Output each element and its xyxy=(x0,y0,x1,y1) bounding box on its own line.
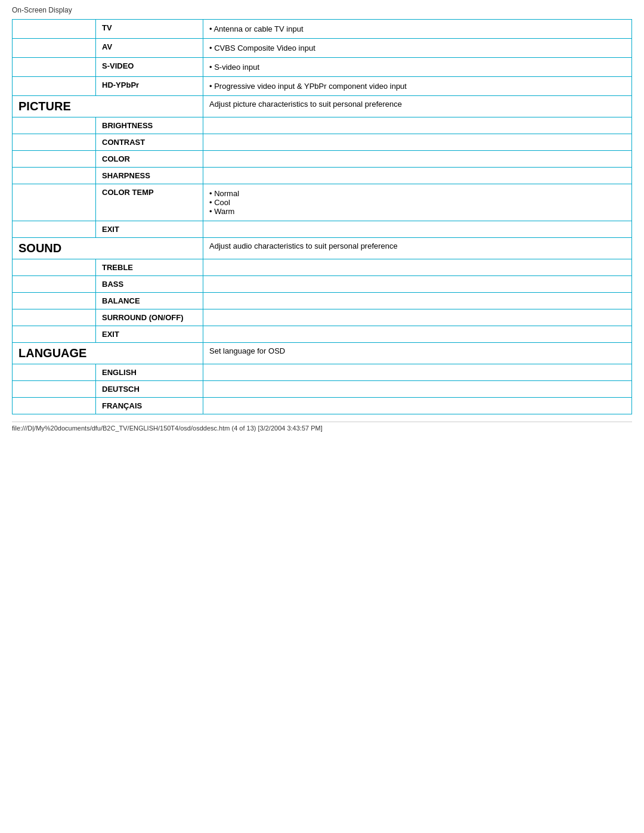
sub-item-desc xyxy=(203,364,632,381)
page-header: On-Screen Display xyxy=(12,6,632,14)
empty-cell xyxy=(13,381,96,398)
section-header-row: PICTUREAdjust picture characteristics to… xyxy=(13,96,632,117)
section-desc: Adjust audio characteristics to suit per… xyxy=(203,238,632,259)
sub-item-label: BRIGHTNESS xyxy=(96,117,203,134)
empty-cell xyxy=(13,134,96,151)
input-desc: Progressive video input & YPbPr componen… xyxy=(203,77,632,96)
sub-item-label: SHARPNESS xyxy=(96,168,203,184)
section-header-row: SOUNDAdjust audio characteristics to sui… xyxy=(13,238,632,259)
section-name: SOUND xyxy=(13,238,203,259)
section-name: LANGUAGE xyxy=(13,343,203,364)
list-item: Antenna or cable TV input xyxy=(209,24,626,33)
sub-item-label: CONTRAST xyxy=(96,134,203,151)
list-item: S-video input xyxy=(209,63,626,72)
sub-item-label: EXIT xyxy=(96,326,203,343)
sub-item-label: FRANÇAIS xyxy=(96,398,203,414)
sub-item-row: EXIT xyxy=(13,326,632,343)
input-label: AV xyxy=(96,39,203,58)
sub-item-desc xyxy=(203,221,632,238)
empty-cell xyxy=(13,39,96,58)
sub-item-desc xyxy=(203,326,632,343)
sub-item-row: SHARPNESS xyxy=(13,168,632,184)
sub-item-label: ENGLISH xyxy=(96,364,203,381)
sub-item-label: COLOR xyxy=(96,151,203,168)
table-row: AVCVBS Composite Video input xyxy=(13,39,632,58)
empty-cell xyxy=(13,326,96,343)
sub-item-desc: NormalCoolWarm xyxy=(203,184,632,221)
sub-item-row: FRANÇAIS xyxy=(13,398,632,414)
empty-cell xyxy=(13,259,96,276)
sub-item-label: BASS xyxy=(96,276,203,293)
list-item: Normal xyxy=(209,189,626,198)
sub-item-label: SURROUND (ON/OFF) xyxy=(96,309,203,326)
sub-item-label: DEUTSCH xyxy=(96,381,203,398)
table-row: S-VIDEOS-video input xyxy=(13,58,632,77)
empty-cell xyxy=(13,293,96,309)
section-header-row: LANGUAGESet language for OSD xyxy=(13,343,632,364)
sub-item-desc xyxy=(203,151,632,168)
list-item: CVBS Composite Video input xyxy=(209,44,626,52)
empty-cell xyxy=(13,117,96,134)
sub-item-row: ENGLISH xyxy=(13,364,632,381)
section-desc: Set language for OSD xyxy=(203,343,632,364)
empty-cell xyxy=(13,276,96,293)
sub-item-desc xyxy=(203,134,632,151)
sub-item-row: COLOR TEMPNormalCoolWarm xyxy=(13,184,632,221)
sub-item-desc xyxy=(203,309,632,326)
section-desc: Adjust picture characteristics to suit p… xyxy=(203,96,632,117)
list-item: Warm xyxy=(209,207,626,216)
footer-text: file:///D|/My%20documents/dfu/B2C_TV/ENG… xyxy=(12,425,323,432)
table-row: HD-YPbPrProgressive video input & YPbPr … xyxy=(13,77,632,96)
input-desc: Antenna or cable TV input xyxy=(203,20,632,39)
list-item: Cool xyxy=(209,198,626,207)
sub-item-desc xyxy=(203,293,632,309)
sub-item-desc xyxy=(203,381,632,398)
header-title: On-Screen Display xyxy=(12,6,72,14)
empty-cell xyxy=(13,168,96,184)
table-row: TVAntenna or cable TV input xyxy=(13,20,632,39)
empty-cell xyxy=(13,20,96,39)
input-label: HD-YPbPr xyxy=(96,77,203,96)
main-table: TVAntenna or cable TV inputAVCVBS Compos… xyxy=(12,19,632,414)
sub-item-row: BASS xyxy=(13,276,632,293)
sub-item-row: SURROUND (ON/OFF) xyxy=(13,309,632,326)
sub-item-desc xyxy=(203,168,632,184)
sub-item-row: CONTRAST xyxy=(13,134,632,151)
sub-item-row: BALANCE xyxy=(13,293,632,309)
input-desc: S-video input xyxy=(203,58,632,77)
sub-item-row: BRIGHTNESS xyxy=(13,117,632,134)
empty-cell xyxy=(13,58,96,77)
sub-item-desc xyxy=(203,259,632,276)
empty-cell xyxy=(13,77,96,96)
sub-item-desc xyxy=(203,398,632,414)
sub-item-row: DEUTSCH xyxy=(13,381,632,398)
sub-item-row: TREBLE xyxy=(13,259,632,276)
empty-cell xyxy=(13,221,96,238)
sub-item-label: EXIT xyxy=(96,221,203,238)
input-label: TV xyxy=(96,20,203,39)
empty-cell xyxy=(13,184,96,221)
input-label: S-VIDEO xyxy=(96,58,203,77)
sub-item-label: BALANCE xyxy=(96,293,203,309)
empty-cell xyxy=(13,398,96,414)
section-name: PICTURE xyxy=(13,96,203,117)
empty-cell xyxy=(13,151,96,168)
empty-cell xyxy=(13,364,96,381)
sub-item-desc xyxy=(203,276,632,293)
sub-item-desc xyxy=(203,117,632,134)
input-desc: CVBS Composite Video input xyxy=(203,39,632,58)
sub-item-label: COLOR TEMP xyxy=(96,184,203,221)
sub-item-row: COLOR xyxy=(13,151,632,168)
list-item: Progressive video input & YPbPr componen… xyxy=(209,82,626,91)
footer: file:///D|/My%20documents/dfu/B2C_TV/ENG… xyxy=(12,422,632,432)
empty-cell xyxy=(13,309,96,326)
sub-item-row: EXIT xyxy=(13,221,632,238)
sub-item-label: TREBLE xyxy=(96,259,203,276)
